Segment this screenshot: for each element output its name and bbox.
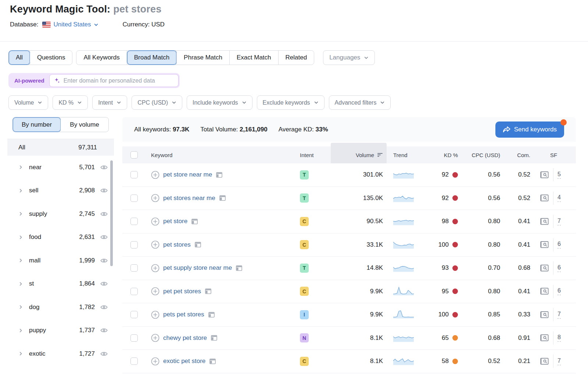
toggle-by-volume[interactable]: By volume — [61, 117, 108, 132]
keyword-link[interactable]: pet store near me — [163, 171, 212, 178]
row-checkbox[interactable] — [130, 311, 138, 318]
add-keyword-icon[interactable] — [151, 334, 159, 342]
keyword-link[interactable]: pets pet stores — [163, 311, 204, 318]
sidebar-group-supply[interactable]: supply 2,745 — [7, 202, 114, 226]
sidebar-group-mall[interactable]: mall 1,999 — [7, 249, 114, 272]
tab-questions[interactable]: Questions — [30, 51, 72, 65]
keyword-link[interactable]: chewy pet store — [163, 334, 207, 342]
serp-preview-icon[interactable] — [540, 334, 549, 342]
serp-preview-icon[interactable] — [540, 264, 549, 272]
eye-icon[interactable] — [100, 303, 108, 311]
serp-page-icon[interactable] — [208, 311, 215, 318]
sf-link[interactable]: 6 — [557, 287, 561, 295]
database-selector[interactable]: United States — [54, 21, 98, 28]
col-intent[interactable]: Intent — [298, 152, 331, 158]
serp-preview-icon[interactable] — [540, 217, 549, 226]
chevron-right-icon[interactable] — [18, 282, 23, 286]
eye-icon[interactable] — [100, 350, 108, 358]
row-checkbox[interactable] — [130, 171, 138, 178]
col-cpc[interactable]: CPC (USD) — [462, 152, 505, 158]
col-com[interactable]: Com. — [505, 152, 534, 158]
sf-link[interactable]: 6 — [557, 264, 561, 272]
eye-icon[interactable] — [100, 186, 108, 195]
col-volume[interactable]: Volume — [331, 146, 387, 163]
serp-preview-icon[interactable] — [540, 357, 549, 366]
add-keyword-icon[interactable] — [151, 264, 159, 272]
serp-page-icon[interactable] — [209, 358, 216, 365]
sf-link[interactable]: 7 — [557, 311, 561, 319]
add-keyword-icon[interactable] — [151, 287, 159, 295]
filter-exclude-keywords[interactable]: Exclude keywords — [257, 95, 325, 110]
row-checkbox[interactable] — [130, 241, 138, 248]
chevron-right-icon[interactable] — [18, 305, 23, 309]
row-checkbox[interactable] — [130, 218, 138, 225]
select-all-checkbox[interactable] — [130, 151, 138, 159]
sidebar-scrollbar[interactable] — [110, 160, 113, 266]
toggle-by-number[interactable]: By number — [13, 117, 61, 132]
tab-related[interactable]: Related — [279, 51, 314, 65]
add-keyword-icon[interactable] — [151, 171, 159, 179]
serp-page-icon[interactable] — [211, 334, 218, 341]
add-keyword-icon[interactable] — [151, 240, 159, 249]
serp-page-icon[interactable] — [191, 218, 198, 225]
serp-preview-icon[interactable] — [540, 311, 549, 319]
sf-link[interactable]: 7 — [557, 358, 561, 365]
keyword-link[interactable]: pet stores near me — [163, 195, 215, 202]
sf-link[interactable]: 7 — [557, 218, 561, 225]
tab-broad-match[interactable]: Broad Match — [127, 51, 177, 65]
eye-icon[interactable] — [100, 210, 108, 218]
sidebar-group-dog[interactable]: dog 1,782 — [7, 295, 114, 319]
col-keyword[interactable]: Keyword — [146, 152, 298, 158]
keyword-link[interactable]: pet pet stores — [163, 288, 201, 295]
sf-link[interactable]: 6 — [557, 241, 561, 248]
tab-all-keywords[interactable]: All Keywords — [76, 51, 127, 65]
chevron-right-icon[interactable] — [18, 351, 23, 356]
languages-dropdown[interactable]: Languages — [323, 50, 375, 65]
keyword-link[interactable]: pet stores — [163, 241, 191, 248]
chevron-right-icon[interactable] — [18, 258, 23, 263]
sidebar-group-puppy[interactable]: puppy 1,737 — [7, 319, 114, 342]
row-checkbox[interactable] — [130, 195, 138, 202]
serp-preview-icon[interactable] — [540, 287, 549, 295]
sf-link[interactable]: 5 — [557, 171, 561, 179]
chevron-right-icon[interactable] — [18, 165, 23, 170]
serp-preview-icon[interactable] — [540, 171, 549, 179]
tab-phrase-match[interactable]: Phrase Match — [177, 51, 230, 65]
keyword-link[interactable]: exotic pet store — [163, 358, 205, 365]
add-keyword-icon[interactable] — [151, 217, 159, 226]
serp-preview-icon[interactable] — [540, 194, 549, 202]
sidebar-group-exotic[interactable]: exotic 1,727 — [7, 342, 114, 366]
eye-icon[interactable] — [100, 163, 108, 171]
chevron-right-icon[interactable] — [18, 235, 23, 240]
sidebar-all-row[interactable]: All 97,311 — [7, 139, 114, 156]
domain-input[interactable] — [64, 77, 174, 84]
add-keyword-icon[interactable] — [151, 311, 159, 319]
filter-kd-[interactable]: KD % — [53, 95, 88, 110]
serp-page-icon[interactable] — [194, 241, 201, 248]
serp-page-icon[interactable] — [236, 265, 243, 272]
row-checkbox[interactable] — [130, 334, 138, 342]
sidebar-group-food[interactable]: food 2,631 — [7, 226, 114, 249]
serp-page-icon[interactable] — [205, 288, 212, 295]
keyword-link[interactable]: pet supply store near me — [163, 264, 232, 272]
add-keyword-icon[interactable] — [151, 357, 159, 366]
eye-icon[interactable] — [100, 233, 108, 241]
sf-link[interactable]: 8 — [557, 334, 561, 342]
chevron-right-icon[interactable] — [18, 328, 23, 333]
chevron-right-icon[interactable] — [18, 188, 23, 193]
filter-intent[interactable]: Intent — [92, 95, 127, 110]
tab-all[interactable]: All — [9, 51, 30, 65]
chevron-right-icon[interactable] — [18, 211, 23, 216]
eye-icon[interactable] — [100, 326, 108, 334]
filter-cpc-usd-[interactable]: CPC (USD) — [132, 95, 182, 110]
serp-page-icon[interactable] — [219, 195, 226, 202]
send-keywords-button[interactable]: Send keywords — [495, 121, 564, 138]
col-trend[interactable]: Trend — [387, 152, 427, 158]
filter-advanced-filters[interactable]: Advanced filters — [329, 95, 391, 110]
row-checkbox[interactable] — [130, 264, 138, 272]
filter-include-keywords[interactable]: Include keywords — [187, 95, 252, 110]
serp-preview-icon[interactable] — [540, 240, 549, 249]
keyword-link[interactable]: pet store — [163, 218, 187, 225]
col-sf[interactable]: SF — [534, 152, 576, 158]
eye-icon[interactable] — [100, 257, 108, 265]
